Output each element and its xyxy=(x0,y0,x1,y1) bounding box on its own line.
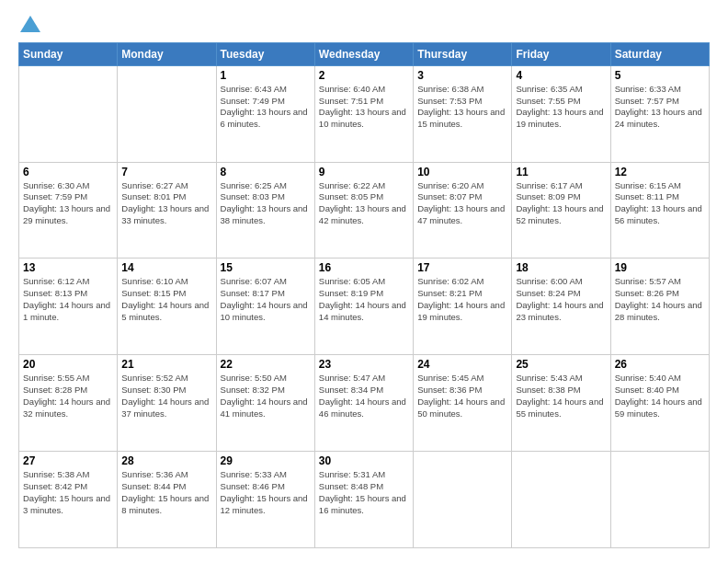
day-info: Sunrise: 5:50 AM Sunset: 8:32 PM Dayligh… xyxy=(221,373,311,419)
calendar-cell xyxy=(118,65,216,162)
calendar-cell: 21Sunrise: 5:52 AM Sunset: 8:30 PM Dayli… xyxy=(118,355,216,452)
day-info: Sunrise: 5:36 AM Sunset: 8:44 PM Dayligh… xyxy=(121,469,211,516)
calendar-cell xyxy=(19,65,118,162)
calendar-cell: 11Sunrise: 6:17 AM Sunset: 8:09 PM Dayli… xyxy=(512,162,610,259)
calendar-cell: 6Sunrise: 6:30 AM Sunset: 7:59 PM Daylig… xyxy=(19,162,118,259)
logo xyxy=(18,15,44,33)
day-number: 27 xyxy=(23,454,113,467)
calendar-week-row: 13Sunrise: 6:12 AM Sunset: 8:13 PM Dayli… xyxy=(19,259,710,355)
calendar-cell: 24Sunrise: 5:45 AM Sunset: 8:36 PM Dayli… xyxy=(414,355,512,452)
calendar-cell xyxy=(512,452,610,548)
day-number: 4 xyxy=(516,69,606,82)
day-info: Sunrise: 5:52 AM Sunset: 8:30 PM Dayligh… xyxy=(121,373,211,419)
day-info: Sunrise: 5:31 AM Sunset: 8:48 PM Dayligh… xyxy=(319,469,409,516)
calendar-cell: 25Sunrise: 5:43 AM Sunset: 8:38 PM Dayli… xyxy=(512,355,610,452)
calendar-week-row: 6Sunrise: 6:30 AM Sunset: 7:59 PM Daylig… xyxy=(19,162,710,259)
day-number: 7 xyxy=(121,166,211,178)
calendar-cell: 27Sunrise: 5:38 AM Sunset: 8:42 PM Dayli… xyxy=(19,452,118,548)
calendar-cell: 9Sunrise: 6:22 AM Sunset: 8:05 PM Daylig… xyxy=(314,162,413,259)
day-info: Sunrise: 5:55 AM Sunset: 8:28 PM Dayligh… xyxy=(23,373,113,419)
day-number: 17 xyxy=(417,261,507,274)
day-number: 25 xyxy=(516,358,606,371)
day-info: Sunrise: 6:35 AM Sunset: 7:55 PM Dayligh… xyxy=(516,84,606,131)
calendar-cell: 20Sunrise: 5:55 AM Sunset: 8:28 PM Dayli… xyxy=(19,355,118,452)
calendar: SundayMondayTuesdayWednesdayThursdayFrid… xyxy=(18,42,710,548)
day-info: Sunrise: 5:57 AM Sunset: 8:26 PM Dayligh… xyxy=(615,276,705,323)
day-number: 10 xyxy=(417,166,507,178)
weekday-row: SundayMondayTuesdayWednesdayThursdayFrid… xyxy=(19,42,710,65)
day-number: 11 xyxy=(516,166,606,178)
calendar-cell: 5Sunrise: 6:33 AM Sunset: 7:57 PM Daylig… xyxy=(610,65,709,162)
calendar-cell: 8Sunrise: 6:25 AM Sunset: 8:03 PM Daylig… xyxy=(216,162,314,259)
logo-text xyxy=(18,15,42,33)
weekday-header: Thursday xyxy=(414,42,512,65)
day-number: 28 xyxy=(121,454,211,467)
calendar-cell: 4Sunrise: 6:35 AM Sunset: 7:55 PM Daylig… xyxy=(512,65,610,162)
calendar-cell: 28Sunrise: 5:36 AM Sunset: 8:44 PM Dayli… xyxy=(118,452,216,548)
day-info: Sunrise: 5:43 AM Sunset: 8:38 PM Dayligh… xyxy=(516,373,606,419)
svg-marker-0 xyxy=(20,16,40,32)
calendar-cell: 19Sunrise: 5:57 AM Sunset: 8:26 PM Dayli… xyxy=(610,259,709,355)
weekday-header: Monday xyxy=(118,42,216,65)
day-number: 5 xyxy=(615,69,705,82)
calendar-cell: 3Sunrise: 6:38 AM Sunset: 7:53 PM Daylig… xyxy=(414,65,512,162)
day-info: Sunrise: 6:00 AM Sunset: 8:24 PM Dayligh… xyxy=(516,276,606,323)
day-number: 18 xyxy=(516,261,606,274)
calendar-cell xyxy=(610,452,709,548)
calendar-cell: 18Sunrise: 6:00 AM Sunset: 8:24 PM Dayli… xyxy=(512,259,610,355)
day-info: Sunrise: 6:10 AM Sunset: 8:15 PM Dayligh… xyxy=(121,276,211,323)
day-info: Sunrise: 6:17 AM Sunset: 8:09 PM Dayligh… xyxy=(516,180,606,227)
day-number: 24 xyxy=(417,358,507,371)
day-info: Sunrise: 6:02 AM Sunset: 8:21 PM Dayligh… xyxy=(417,276,507,323)
calendar-cell: 12Sunrise: 6:15 AM Sunset: 8:11 PM Dayli… xyxy=(610,162,709,259)
day-number: 16 xyxy=(319,261,409,274)
calendar-cell: 30Sunrise: 5:31 AM Sunset: 8:48 PM Dayli… xyxy=(314,452,413,548)
day-number: 19 xyxy=(615,261,705,274)
calendar-cell: 1Sunrise: 6:43 AM Sunset: 7:49 PM Daylig… xyxy=(216,65,314,162)
day-info: Sunrise: 6:30 AM Sunset: 7:59 PM Dayligh… xyxy=(23,180,113,227)
day-info: Sunrise: 5:33 AM Sunset: 8:46 PM Dayligh… xyxy=(221,469,311,516)
calendar-cell: 10Sunrise: 6:20 AM Sunset: 8:07 PM Dayli… xyxy=(414,162,512,259)
day-number: 20 xyxy=(23,358,113,371)
calendar-cell: 7Sunrise: 6:27 AM Sunset: 8:01 PM Daylig… xyxy=(118,162,216,259)
calendar-cell: 22Sunrise: 5:50 AM Sunset: 8:32 PM Dayli… xyxy=(216,355,314,452)
day-info: Sunrise: 6:20 AM Sunset: 8:07 PM Dayligh… xyxy=(417,180,507,227)
day-number: 15 xyxy=(221,261,311,274)
calendar-cell: 2Sunrise: 6:40 AM Sunset: 7:51 PM Daylig… xyxy=(314,65,413,162)
page: SundayMondayTuesdayWednesdayThursdayFrid… xyxy=(0,0,728,563)
day-info: Sunrise: 6:15 AM Sunset: 8:11 PM Dayligh… xyxy=(615,180,705,227)
day-info: Sunrise: 6:33 AM Sunset: 7:57 PM Dayligh… xyxy=(615,84,705,131)
day-info: Sunrise: 6:25 AM Sunset: 8:03 PM Dayligh… xyxy=(221,180,311,227)
day-info: Sunrise: 6:05 AM Sunset: 8:19 PM Dayligh… xyxy=(319,276,409,323)
day-number: 1 xyxy=(221,69,311,82)
day-info: Sunrise: 6:38 AM Sunset: 7:53 PM Dayligh… xyxy=(417,84,507,131)
day-number: 8 xyxy=(221,166,311,178)
day-info: Sunrise: 6:22 AM Sunset: 8:05 PM Dayligh… xyxy=(319,180,409,227)
day-number: 14 xyxy=(121,261,211,274)
day-info: Sunrise: 5:47 AM Sunset: 8:34 PM Dayligh… xyxy=(319,373,409,419)
day-info: Sunrise: 5:38 AM Sunset: 8:42 PM Dayligh… xyxy=(23,469,113,516)
logo-icon xyxy=(20,16,40,32)
calendar-cell: 15Sunrise: 6:07 AM Sunset: 8:17 PM Dayli… xyxy=(216,259,314,355)
day-number: 6 xyxy=(23,166,113,178)
day-info: Sunrise: 6:27 AM Sunset: 8:01 PM Dayligh… xyxy=(121,180,211,227)
day-info: Sunrise: 6:07 AM Sunset: 8:17 PM Dayligh… xyxy=(221,276,311,323)
calendar-cell: 13Sunrise: 6:12 AM Sunset: 8:13 PM Dayli… xyxy=(19,259,118,355)
day-info: Sunrise: 6:43 AM Sunset: 7:49 PM Dayligh… xyxy=(221,84,311,131)
calendar-cell: 29Sunrise: 5:33 AM Sunset: 8:46 PM Dayli… xyxy=(216,452,314,548)
day-number: 26 xyxy=(615,358,705,371)
day-info: Sunrise: 5:40 AM Sunset: 8:40 PM Dayligh… xyxy=(615,373,705,419)
day-info: Sunrise: 6:40 AM Sunset: 7:51 PM Dayligh… xyxy=(319,84,409,131)
weekday-header: Tuesday xyxy=(216,42,314,65)
day-info: Sunrise: 6:12 AM Sunset: 8:13 PM Dayligh… xyxy=(23,276,113,323)
day-number: 12 xyxy=(615,166,705,178)
calendar-week-row: 20Sunrise: 5:55 AM Sunset: 8:28 PM Dayli… xyxy=(19,355,710,452)
day-number: 9 xyxy=(319,166,409,178)
day-number: 23 xyxy=(319,358,409,371)
calendar-cell xyxy=(414,452,512,548)
weekday-header: Saturday xyxy=(610,42,709,65)
day-number: 13 xyxy=(23,261,113,274)
calendar-cell: 26Sunrise: 5:40 AM Sunset: 8:40 PM Dayli… xyxy=(610,355,709,452)
day-number: 30 xyxy=(319,454,409,467)
header xyxy=(18,15,710,33)
